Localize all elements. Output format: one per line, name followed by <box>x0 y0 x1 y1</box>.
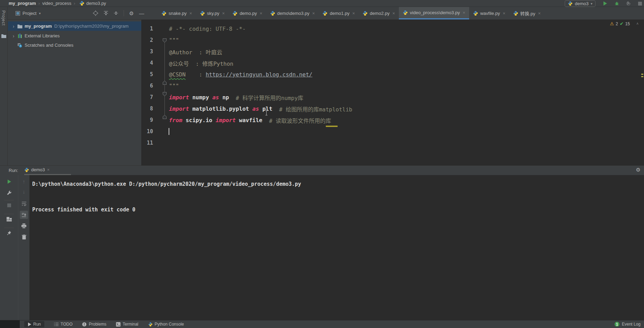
line-number: 5 <box>143 69 153 80</box>
fold-marker[interactable] <box>163 81 167 85</box>
tab-demo2[interactable]: demo2.py × <box>359 7 399 19</box>
close-icon[interactable]: × <box>312 11 315 16</box>
locate-file-icon[interactable] <box>93 10 98 16</box>
highlight-dash <box>326 126 338 127</box>
chevron-right-icon[interactable]: › <box>11 24 16 29</box>
up-stacktrace-icon: ↑ <box>18 179 29 184</box>
expand-all-icon[interactable] <box>104 10 108 16</box>
statusbar-terminal-button[interactable]: Terminal <box>116 322 138 327</box>
inspections-widget[interactable]: ⚠ 2 ✔ 15 ˄ <box>610 21 638 26</box>
close-icon[interactable]: × <box>189 11 192 16</box>
statusbar-todo-button[interactable]: TODO <box>54 322 72 327</box>
console-text: D:\python\Anaconda3\python.exe D:/python… <box>29 175 644 216</box>
code-comment: # 读取波形文件所用的库 <box>262 116 331 125</box>
run-console-output[interactable]: D:\python\Anaconda3\python.exe D:/python… <box>29 175 644 320</box>
tree-item-label: External Libraries <box>25 33 60 38</box>
run-button[interactable] <box>602 1 607 6</box>
fold-marker[interactable] <box>163 38 167 43</box>
breadcrumb-folder[interactable]: video_process <box>42 1 71 6</box>
project-panel-header[interactable]: Project ▾ <box>16 7 41 19</box>
tab-zhuanhuan[interactable]: 转换.py × <box>509 7 545 19</box>
fold-guide-line <box>164 42 165 117</box>
tab-video-process-demo3-active[interactable]: video_process\demo3.py × <box>399 7 469 19</box>
line-number: 2 <box>143 35 153 46</box>
error-stripe-mark[interactable] <box>641 74 643 75</box>
code-line-4: @公众号 : 修炼Python <box>169 57 233 69</box>
error-stripe-mark[interactable] <box>641 76 643 77</box>
print-icon[interactable] <box>18 224 29 228</box>
tree-row-scratches[interactable]: Scratches and Consoles <box>8 40 141 50</box>
code-keyword: as <box>212 94 219 101</box>
edit-configuration-wrench-icon[interactable] <box>0 190 18 195</box>
run-tab-demo3[interactable]: demo3 × <box>24 167 50 172</box>
breadcrumb-file[interactable]: demo3.py <box>86 1 106 6</box>
code-docstring-typo: @CSDN <box>169 71 186 78</box>
close-icon[interactable]: × <box>47 167 50 172</box>
close-icon[interactable]: × <box>392 11 395 16</box>
editor-tab-bar: snake.py × sky.py × demo.py × demo\demo3… <box>158 7 545 19</box>
library-icon <box>16 34 23 38</box>
settings-gear-icon[interactable]: ⚙ <box>129 11 134 16</box>
chevron-down-icon: ▾ <box>591 2 592 6</box>
run-configuration-name: demo3 <box>575 1 589 6</box>
rerun-button[interactable] <box>0 179 18 184</box>
tree-row-external-libraries[interactable]: › External Libraries <box>8 31 141 40</box>
toolwindow-corner-button[interactable] <box>0 320 20 328</box>
line-number: 10 <box>143 126 153 137</box>
fold-marker[interactable] <box>163 92 167 96</box>
close-icon[interactable]: × <box>222 11 225 16</box>
soft-wrap-icon[interactable] <box>18 201 29 206</box>
stripe-project-button[interactable]: Project <box>1 10 6 26</box>
statusbar-label: Problems <box>89 322 106 327</box>
collapse-all-icon[interactable] <box>114 10 118 16</box>
statusbar-problems-button[interactable]: Problems <box>82 322 106 327</box>
hide-panel-icon[interactable]: — <box>139 11 144 16</box>
line-number: 7 <box>143 92 153 103</box>
fold-marker[interactable] <box>163 115 167 119</box>
restore-layout-icon[interactable] <box>0 217 18 221</box>
tab-sky[interactable]: sky.py × <box>196 7 229 19</box>
chevron-up-icon[interactable]: ˄ <box>636 22 638 26</box>
code-line-9: from scipy.io import wavfile # 读取波形文件所用的… <box>169 115 331 126</box>
code-editor[interactable]: ⚠ 2 ✔ 15 ˄ 1 2 3 4 5 6 7 8 9 10 11 # -*-… <box>141 20 644 165</box>
tab-demo[interactable]: demo.py × <box>229 7 266 19</box>
line-number: 1 <box>143 23 153 35</box>
close-icon[interactable]: × <box>463 10 465 15</box>
close-icon[interactable]: × <box>503 11 506 16</box>
event-log-button[interactable]: 1 Event Log <box>615 320 641 328</box>
run-settings-gear-icon[interactable]: ⚙ <box>636 167 641 172</box>
line-number: 3 <box>143 46 153 57</box>
code-keyword: as <box>252 106 259 112</box>
run-configuration-selector[interactable]: demo3 ▾ <box>565 0 596 7</box>
chevron-right-icon[interactable]: › <box>11 33 16 39</box>
statusbar-python-console-button[interactable]: Python Console <box>148 322 184 327</box>
breadcrumb-separator: › <box>74 1 75 6</box>
tab-demo-demo3[interactable]: demo\demo3.py × <box>266 7 319 19</box>
tab-label: demo\demo3.py <box>277 11 310 16</box>
breadcrumb-root[interactable]: my_program <box>9 1 36 6</box>
project-root-path: D:\python\pycharm2020\my_program <box>54 24 129 29</box>
tab-wavfile[interactable]: wavfile.py × <box>469 7 509 19</box>
debug-button[interactable] <box>614 1 619 6</box>
scroll-to-end-button-selected[interactable] <box>20 211 28 219</box>
tree-row-project-root[interactable]: › my_program D:\python\pycharm2020\my_pr… <box>8 21 141 31</box>
down-stacktrace-icon: ↓ <box>18 189 29 194</box>
close-icon[interactable]: × <box>260 11 262 16</box>
code-hyperlink[interactable]: https://yetingyun.blog.csdn.net/ <box>206 71 312 78</box>
close-icon[interactable]: × <box>538 11 541 16</box>
clear-console-trash-icon[interactable] <box>18 235 29 239</box>
pin-tab-icon[interactable] <box>0 230 18 235</box>
close-icon[interactable]: × <box>352 11 355 16</box>
run-toolbar-secondary: ↑ ↓ <box>18 175 29 320</box>
tab-demo1[interactable]: demo1.py × <box>319 7 359 19</box>
tab-snake[interactable]: snake.py × <box>158 7 196 19</box>
status-bar: Run TODO Problems Terminal Python Consol… <box>0 320 644 328</box>
statusbar-label: Terminal <box>123 322 138 327</box>
statusbar-label: TODO <box>61 322 72 327</box>
code-line-1: # -*- coding: UTF-8 -*- <box>169 23 246 35</box>
code-string: """ <box>169 37 179 44</box>
folder-icon[interactable] <box>1 34 6 38</box>
statusbar-run-button[interactable]: Run <box>24 321 44 327</box>
scratches-icon <box>16 43 23 48</box>
tree-item-label: Scratches and Consoles <box>25 43 73 48</box>
